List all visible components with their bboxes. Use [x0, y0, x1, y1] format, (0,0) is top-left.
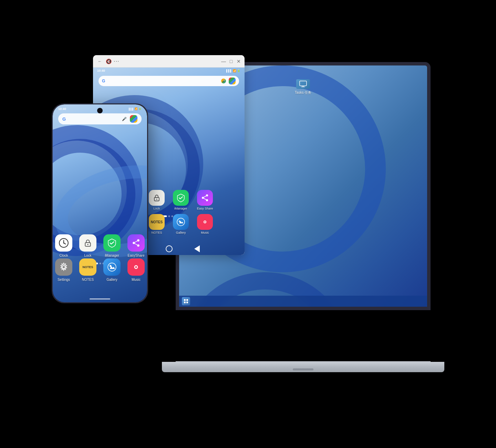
lens-search-icon-small[interactable]: [229, 78, 236, 84]
taskbar-icon-svg: [184, 299, 188, 304]
phone-settings-svg: [59, 262, 69, 272]
svg-point-24: [204, 221, 206, 223]
phone-gallery-label: Gallery: [106, 278, 117, 282]
svg-point-31: [137, 239, 140, 242]
svg-rect-3: [184, 299, 186, 301]
phone-battery-icon: 🔋: [138, 108, 142, 110]
svg-rect-6: [186, 302, 188, 303]
phone-gallery-icon: [103, 258, 121, 276]
voice-search-icon-small[interactable]: 🎤: [221, 79, 226, 83]
svg-point-33: [137, 244, 140, 247]
signal-icon: ▌▌▌: [226, 69, 232, 72]
easyshare-icon: [197, 190, 213, 206]
gallery-label: Gallery: [176, 231, 186, 234]
svg-line-34: [135, 244, 137, 245]
phone-easyshare-icon: [127, 234, 145, 252]
svg-rect-5: [184, 302, 186, 303]
phone-app-settings[interactable]: Settings: [55, 258, 72, 282]
phone-clock-label: Clock: [59, 254, 68, 257]
voice-search-icon[interactable]: 🎤: [122, 116, 127, 122]
music-svg: [200, 217, 209, 226]
browser-app-easyshare[interactable]: Easy Share: [197, 190, 213, 210]
lock-label: Lock: [153, 207, 160, 210]
phone-settings-icon: [55, 258, 72, 276]
phone-music-label: Music: [132, 278, 141, 282]
laptop-base: [162, 362, 444, 372]
browser-minimize-button[interactable]: —: [221, 59, 226, 64]
phone-status-icons: ▌▌▌ 📶 🔋: [129, 107, 142, 111]
phone-app-easyshare[interactable]: EasyShare: [127, 234, 145, 257]
lens-search-icon[interactable]: [130, 115, 137, 123]
lock-icon: [149, 190, 165, 206]
notes-icon: NOTES: [149, 214, 165, 230]
notes-label: NOTES: [151, 231, 162, 234]
browser-app-music[interactable]: Music: [197, 214, 213, 234]
phone-lock-svg: [84, 239, 92, 247]
phone-notes-text: NOTES: [82, 265, 93, 269]
phone-home-indicator: [90, 298, 110, 299]
taskbar-app-icon[interactable]: [182, 297, 190, 305]
phone-settings-label: Settings: [58, 278, 70, 282]
google-logo: G: [62, 116, 66, 122]
svg-point-15: [206, 199, 208, 201]
browser-more-button[interactable]: ···: [114, 58, 119, 64]
music-icon: [197, 214, 213, 230]
phone-easyshare-svg: [132, 238, 141, 247]
imanager-label: iManager: [174, 207, 187, 210]
phone-app-notes[interactable]: NOTES NOTES: [79, 258, 96, 282]
phone-app-imanager[interactable]: iManager: [103, 234, 121, 257]
sound-icon: 🔇: [106, 59, 112, 64]
browser-sound-button[interactable]: 🔇: [106, 59, 111, 64]
browser-close-button[interactable]: ✕: [236, 59, 241, 64]
phone-lock-icon: [79, 234, 96, 252]
phone-apps-row-1: Clock Lock: [53, 234, 147, 257]
imanager-icon: [173, 190, 189, 206]
browser-app-lock[interactable]: Lock: [149, 190, 165, 210]
phone-clock-svg: [59, 238, 69, 248]
svg-point-28: [63, 242, 64, 243]
svg-point-39: [110, 265, 111, 267]
browser-app-imanager[interactable]: iManager: [173, 190, 189, 210]
phone-frame: 10:40 ▌▌▌ 📶 🔋 G 🎤: [52, 103, 148, 303]
lock-svg: [153, 194, 161, 202]
easyshare-svg: [201, 194, 209, 202]
phone-status-time: 10:40: [58, 107, 66, 111]
browser-titlebar: ← 🔇 ··· — □ ✕: [93, 55, 245, 68]
gallery-svg: [176, 217, 185, 226]
gallery-icon: [173, 214, 189, 230]
svg-point-30: [87, 244, 88, 245]
laptop-taskbar: [179, 296, 427, 307]
phone-app-lock[interactable]: Lock: [79, 234, 96, 257]
browser-status-time: 10:40: [97, 69, 105, 72]
browser-back-button[interactable]: ←: [96, 58, 103, 65]
phone-app-music[interactable]: Music: [127, 258, 145, 282]
svg-point-32: [133, 242, 135, 244]
computer-icon: [299, 81, 307, 88]
tasks-icon: [296, 79, 310, 89]
phone-imanager-icon: [103, 234, 121, 252]
minimize-icon: —: [221, 59, 226, 64]
phone-signal-icon: ▌▌▌: [129, 108, 134, 110]
browser-app-gallery[interactable]: Gallery: [173, 214, 189, 234]
browser-search-bar[interactable]: G 🎤: [99, 76, 239, 86]
svg-point-14: [202, 197, 204, 199]
nav-back-icon[interactable]: [194, 245, 200, 252]
phone-gallery-svg: [107, 262, 117, 272]
laptop-notch: [293, 368, 313, 370]
phone: 10:40 ▌▌▌ 📶 🔋 G 🎤: [52, 103, 148, 303]
tasks-label: Tasks 任务: [295, 90, 311, 95]
svg-line-35: [135, 241, 137, 242]
music-label: Music: [201, 231, 209, 234]
google-logo-small: G: [102, 79, 105, 83]
phone-lock-label: Lock: [84, 254, 91, 257]
svg-point-12: [156, 199, 157, 200]
svg-line-16: [204, 198, 206, 200]
phone-imanager-label: iManager: [105, 254, 119, 257]
browser-restore-button[interactable]: □: [229, 59, 234, 64]
nav-home-icon[interactable]: [166, 245, 173, 252]
svg-point-21: [179, 221, 180, 222]
phone-app-clock[interactable]: Clock: [55, 234, 72, 257]
phone-search-bar[interactable]: G 🎤: [58, 113, 142, 124]
phone-app-gallery[interactable]: Gallery: [103, 258, 121, 282]
browser-app-notes[interactable]: NOTES NOTES: [149, 214, 165, 234]
